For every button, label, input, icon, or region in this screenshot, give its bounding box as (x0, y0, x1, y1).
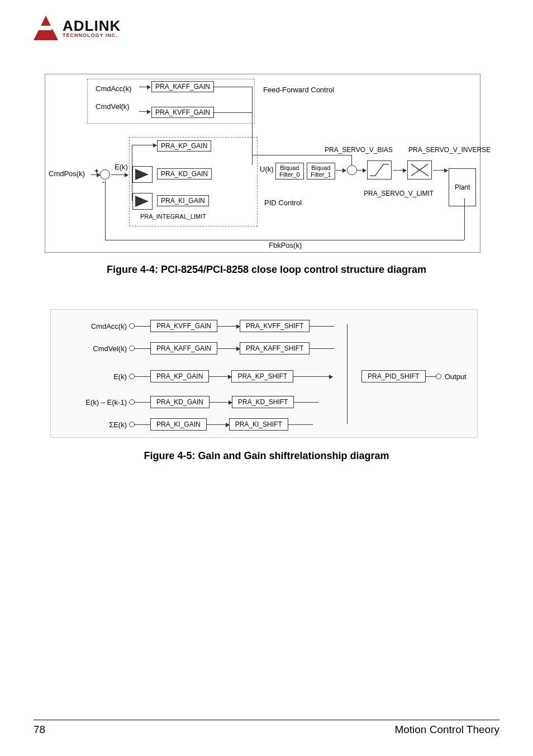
d2-shift-4: PRA_KI_SHIFT (229, 418, 288, 431)
page-number: 78 (34, 724, 45, 736)
d2-gain-2: PRA_KP_GAIN (150, 370, 209, 382)
node-icon (129, 346, 135, 351)
inverse-block-icon (407, 160, 432, 179)
d2-in-3: E(k) – E(k-1) (51, 398, 129, 407)
d2-shift-3: PRA_KD_SHIFT (232, 396, 294, 408)
cmd-vel-label: CmdVel(k) (96, 102, 130, 111)
arrow (393, 170, 406, 171)
arrow (139, 87, 150, 87)
servo-limit-label: PRA_SERVO_V_LIMIT (364, 190, 434, 197)
d2-in-2: E(k) (51, 372, 129, 381)
node-icon (129, 323, 135, 329)
d2-in-4: ΣE(k) (51, 420, 129, 429)
cmd-acc-label: CmdAcc(k) (96, 84, 131, 93)
line (213, 112, 252, 113)
line (464, 199, 465, 240)
d2-gain-1: PRA_KAFF_GAIN (150, 342, 217, 355)
node-icon (129, 374, 135, 379)
kd-gain-box: PRA_KD_GAIN (157, 168, 212, 179)
summing-junction-icon (347, 165, 357, 175)
logo-triangle-icon (34, 16, 58, 40)
kvff-gain-box: PRA_KVFF_GAIN (151, 107, 214, 118)
footer-title: Motion Control Theory (394, 724, 499, 736)
arrow (111, 174, 128, 175)
output-label: Output (445, 372, 467, 381)
kp-gain-box: PRA_KP_GAIN (157, 140, 211, 152)
d2-shift-0: PRA_KVFF_SHIFT (240, 320, 310, 332)
page-footer: 78 Motion Control Theory (34, 720, 499, 736)
arrow (433, 170, 448, 171)
integral-limit-label: PRA_INTEGRAL_LIMIT (140, 213, 206, 220)
node-icon (436, 374, 441, 379)
logo-text: ADLINK TECHNOLOGY INC. (63, 18, 121, 38)
d2-row-0: CmdAcc(k) PRA_KVFF_GAIN PRA_KVFF_SHIFT (51, 320, 477, 332)
ki-gain-box: PRA_KI_GAIN (157, 195, 209, 206)
pid-control-label: PID Control (264, 199, 302, 207)
kaff-gain-box: PRA_KAFF_GAIN (151, 81, 214, 92)
line (252, 155, 351, 155)
figure-4-5-caption: Figure 4-5: Gain and Gain shiftrelations… (34, 450, 499, 462)
d2-row-3: E(k) – E(k-1) PRA_KD_GAIN PRA_KD_SHIFT (51, 396, 477, 408)
figure-4-4-caption: Figure 4-4: PCI-8254/PCI-8258 close loop… (34, 264, 499, 276)
uk-label: U(k) (260, 165, 274, 173)
line (213, 87, 252, 87)
arrow (91, 174, 100, 175)
fbk-pos-label: FbkPos(k) (269, 241, 302, 249)
biquad1-box: Biquad Filter_1 (307, 163, 335, 179)
cmd-pos-label: CmdPos(k) (49, 169, 85, 178)
line (132, 145, 132, 201)
d2-output: PRA_PID_SHIFT Output (361, 370, 467, 382)
d2-gain-0: PRA_KVFF_GAIN (150, 320, 217, 332)
biquad0-box: Biquad Filter_0 (275, 163, 304, 179)
arrow (336, 170, 346, 171)
servo-bias-label: PRA_SERVO_V_BIAS (325, 146, 393, 154)
gain-shift-diagram: CmdAcc(k) PRA_KVFF_GAIN PRA_KVFF_SHIFT C… (50, 309, 478, 438)
pid-shift-box: PRA_PID_SHIFT (361, 370, 426, 382)
d2-in-1: CmdVel(k) (51, 344, 129, 353)
summing-junction-icon (100, 169, 110, 179)
gain-tri-icon (132, 166, 153, 183)
arrow (357, 170, 366, 171)
line (252, 87, 253, 165)
gain-tri-icon (132, 193, 153, 210)
footer-rule (34, 720, 499, 720)
servo-inverse-label: PRA_SERVO_V_INVERSE (408, 146, 491, 154)
d2-row-1: CmdVel(k) PRA_KAFF_GAIN PRA_KAFF_SHIFT (51, 342, 477, 355)
d2-shift-1: PRA_KAFF_SHIFT (240, 342, 310, 355)
line (105, 240, 464, 240)
arrow (139, 111, 150, 112)
d2-gain-3: PRA_KD_GAIN (150, 396, 210, 408)
arrow (132, 145, 156, 145)
d2-in-0: CmdAcc(k) (51, 322, 129, 330)
logo-main-text: ADLINK (63, 18, 121, 33)
close-loop-diagram: Feed-Forward Control CmdAcc(k) PRA_KAFF_… (45, 74, 480, 253)
sat-block-icon (367, 160, 392, 179)
d2-shift-2: PRA_KP_SHIFT (231, 370, 293, 382)
line (351, 155, 352, 165)
ek-label: E(k) (115, 163, 128, 171)
logo: ADLINK TECHNOLOGY INC. (34, 16, 499, 40)
ff-control-label: Feed-Forward Control (263, 86, 334, 94)
line (105, 181, 106, 240)
node-icon (129, 399, 135, 405)
logo-sub-text: TECHNOLOGY INC. (63, 33, 121, 38)
node-icon (129, 422, 135, 427)
plant-box: Plant (449, 168, 476, 206)
d2-gain-4: PRA_KI_GAIN (150, 418, 207, 431)
d2-row-4: ΣE(k) PRA_KI_GAIN PRA_KI_SHIFT (51, 418, 477, 431)
